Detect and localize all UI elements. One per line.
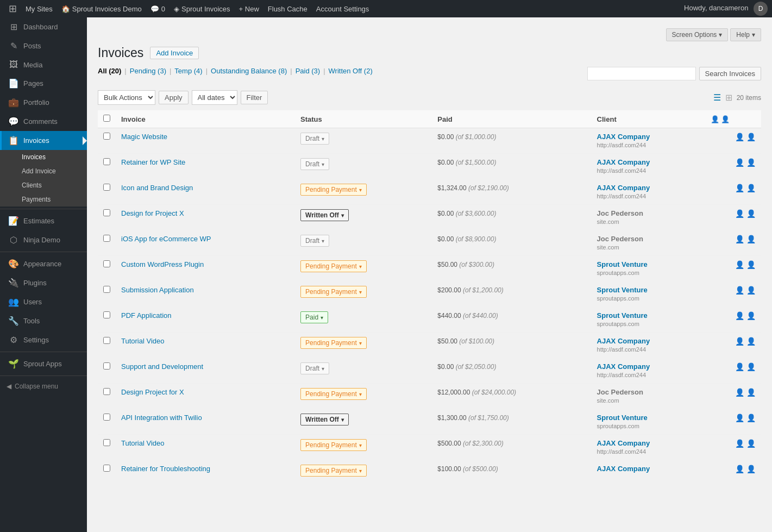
view-icon[interactable]: 👤 [746,311,756,320]
sidebar-item-media[interactable]: 🖼 Media [0,55,87,74]
list-view-btn[interactable]: ☰ [713,92,721,103]
filter-pending[interactable]: Pending (3) [130,67,166,75]
grid-view-btn[interactable]: ⊞ [725,92,732,103]
row-checkbox[interactable] [103,133,110,140]
invoice-link[interactable]: Support and Development [121,362,203,371]
submenu-payments[interactable]: Payments [0,192,87,206]
sidebar-item-comments[interactable]: 💬 Comments [0,112,87,131]
filter-all[interactable]: All (20) [98,67,121,75]
row-checkbox[interactable] [103,311,110,318]
filter-outstanding[interactable]: Outstanding Balance (8) [211,67,287,75]
status-badge[interactable]: Pending Payment ▾ [300,388,367,400]
site-name-menu[interactable]: 🏠 Sprout Invoices Demo [57,0,146,17]
row-checkbox[interactable] [103,388,110,395]
filter-written-off[interactable]: Written Off (2) [329,67,373,75]
view-icon[interactable]: 👤 [746,209,756,218]
add-invoice-btn[interactable]: Add Invoice [150,47,199,59]
submenu-invoices[interactable]: Invoices [0,150,87,164]
sidebar-item-posts[interactable]: ✎ Posts [0,36,87,55]
status-badge[interactable]: Pending Payment ▾ [300,184,367,196]
client-link[interactable]: AJAX Company [597,337,650,345]
invoice-link[interactable]: Submission Application [121,286,194,294]
wp-logo-icon[interactable]: ⊞ [4,3,21,15]
row-checkbox[interactable] [103,414,110,421]
collapse-menu-btn[interactable]: ◀ Collapse menu [0,378,87,395]
sidebar-item-users[interactable]: 👥 Users [0,292,87,311]
status-badge[interactable]: Pending Payment ▾ [300,465,367,477]
status-badge[interactable]: Draft ▾ [300,133,329,145]
sidebar-item-dashboard[interactable]: ⊞ Dashboard [0,17,87,36]
sidebar-item-plugins[interactable]: 🔌 Plugins [0,273,87,292]
filter-temp[interactable]: Temp (4) [174,67,202,75]
invoice-link[interactable]: Tutorial Video [121,439,165,447]
invoice-link[interactable]: Custom WordPress Plugin [121,260,204,268]
edit-icon[interactable]: 👤 [735,209,744,218]
edit-icon[interactable]: 👤 [735,235,744,243]
invoice-link[interactable]: Magic Website [121,133,167,141]
invoice-link[interactable]: PDF Application [121,311,172,320]
help-btn[interactable]: Help ▾ [730,28,761,41]
row-checkbox[interactable] [103,465,110,472]
row-checkbox[interactable] [103,158,110,165]
view-icon[interactable]: 👤 [746,337,756,346]
row-checkbox[interactable] [103,209,110,216]
status-badge[interactable]: Draft ▾ [300,235,329,247]
search-input[interactable] [587,67,696,80]
edit-icon[interactable]: 👤 [735,133,744,141]
invoice-link[interactable]: Design Project for X [121,388,184,396]
client-link[interactable]: Joc Pederson [597,388,643,396]
view-icon[interactable]: 👤 [746,439,756,448]
bulk-actions-select[interactable]: Bulk Actions [98,90,155,105]
flush-cache-link[interactable]: Flush Cache [263,0,312,17]
row-checkbox[interactable] [103,286,110,293]
row-checkbox[interactable] [103,439,110,446]
status-badge[interactable]: Written Off ▾ [300,414,349,425]
edit-icon[interactable]: 👤 [735,158,744,167]
status-badge[interactable]: Paid ▾ [300,311,328,323]
view-icon[interactable]: 👤 [746,260,756,269]
client-link[interactable]: AJAX Company [597,362,650,371]
status-badge[interactable]: Draft ▾ [300,362,329,374]
submenu-clients[interactable]: Clients [0,178,87,192]
sidebar-item-estimates[interactable]: 📝 Estimates [0,211,87,230]
client-link[interactable]: AJAX Company [597,184,650,192]
invoice-link[interactable]: Icon and Brand Design [121,184,193,192]
view-icon[interactable]: 👤 [746,388,756,397]
sidebar-item-ninja-demo[interactable]: ⬡ Ninja Demo [0,230,87,249]
invoice-link[interactable]: Retainer for Troubleshooting [121,465,210,473]
row-checkbox[interactable] [103,260,110,267]
edit-icon[interactable]: 👤 [735,337,744,346]
status-badge[interactable]: Pending Payment ▾ [300,260,367,272]
select-all-checkbox[interactable] [103,115,110,122]
date-filter-select[interactable]: All dates [192,90,237,105]
view-icon[interactable]: 👤 [746,414,756,422]
apply-btn[interactable]: Apply [159,91,189,104]
row-checkbox[interactable] [103,337,110,344]
edit-icon[interactable]: 👤 [735,362,744,371]
sidebar-item-tools[interactable]: 🔧 Tools [0,311,87,330]
edit-icon[interactable]: 👤 [735,439,744,448]
client-link[interactable]: AJAX Company [597,133,650,141]
edit-icon[interactable]: 👤 [735,286,744,295]
client-link[interactable]: Sprout Venture [597,311,648,320]
sidebar-item-portfolio[interactable]: 💼 Portfolio [0,93,87,112]
row-checkbox[interactable] [103,184,110,191]
new-content-menu[interactable]: + New [235,0,263,17]
view-icon[interactable]: 👤 [746,286,756,295]
status-badge[interactable]: Pending Payment ▾ [300,439,367,451]
search-invoices-btn[interactable]: Search Invoices [699,67,762,80]
sidebar-item-pages[interactable]: 📄 Pages [0,74,87,93]
client-link[interactable]: Sprout Venture [597,260,648,268]
status-badge[interactable]: Draft ▾ [300,158,329,170]
client-link[interactable]: AJAX Company [597,439,650,447]
view-icon[interactable]: 👤 [746,235,756,243]
view-icon[interactable]: 👤 [746,184,756,192]
status-badge[interactable]: Pending Payment ▾ [300,286,367,298]
view-icon[interactable]: 👤 [746,158,756,167]
edit-icon[interactable]: 👤 [735,311,744,320]
invoice-link[interactable]: iOS App for eCommerce WP [121,235,211,243]
edit-icon[interactable]: 👤 [735,184,744,192]
account-settings-link[interactable]: Account Settings [312,0,374,17]
status-badge[interactable]: Written Off ▾ [300,209,349,221]
client-link[interactable]: Joc Pederson [597,235,643,243]
